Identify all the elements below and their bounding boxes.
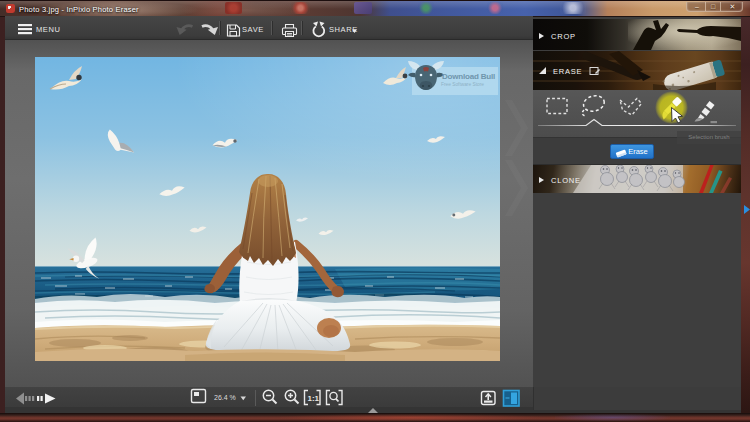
svg-text:1:1: 1:1 bbox=[308, 394, 320, 403]
svg-text:Download Bull: Download Bull bbox=[442, 72, 495, 81]
svg-text:Free Software Store: Free Software Store bbox=[441, 82, 484, 87]
